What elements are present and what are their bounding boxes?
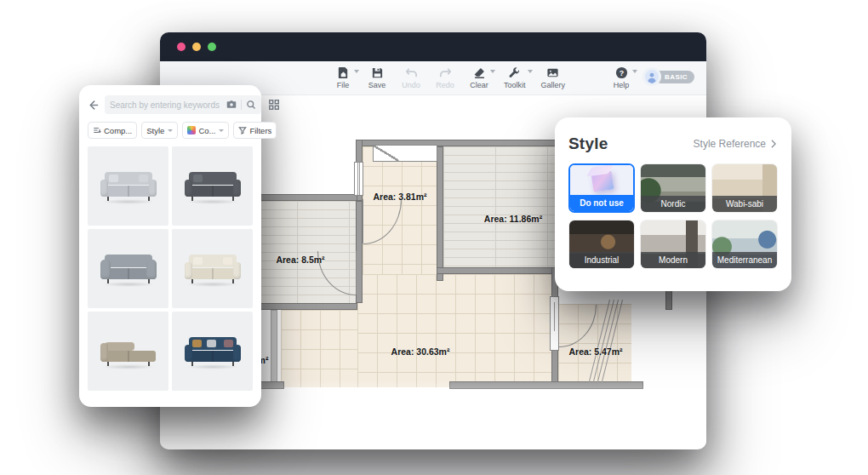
style-option-label: Wabi-sabi [712, 196, 777, 212]
color-swatch-icon [187, 126, 196, 134]
help-button-label: Help [614, 81, 630, 89]
components-filter-label: Comp... [104, 126, 132, 135]
gallery-button-label: Gallery [541, 81, 566, 89]
area-label-8-5: Area: 8.5m² [254, 255, 347, 265]
search-icon[interactable] [246, 100, 256, 110]
cube-icon [591, 170, 614, 192]
sofa-thumbnail [100, 172, 157, 201]
save-icon [371, 66, 384, 79]
style-option-label: Mediterranean [712, 252, 777, 268]
undo-button[interactable]: Undo [398, 64, 424, 89]
style-option-modern[interactable]: Modern [640, 220, 706, 269]
style-filter-label: Style [146, 126, 164, 135]
components-filter-button[interactable]: Comp... [88, 122, 137, 139]
style-option-label: Do not use [570, 195, 633, 211]
room-30-63-floor-left[interactable] [281, 310, 357, 387]
sofa-thumbnail [185, 255, 241, 283]
area-label-5-47: Area: 5.47m² [558, 346, 633, 357]
product-card-taupe-chaise-sofa[interactable] [88, 312, 168, 391]
file-button[interactable]: File [330, 64, 356, 89]
room-30-63-floor[interactable] [357, 274, 551, 387]
toolbar-right-group: ? Help BASIC [608, 64, 694, 89]
redo-button-label: Redo [436, 81, 454, 89]
minimize-window-button[interactable] [192, 43, 201, 51]
product-card-navy-blue-sofa[interactable] [172, 312, 253, 391]
toolkit-button-label: Toolkit [504, 81, 526, 89]
chevron-down-icon [528, 70, 533, 73]
area-label-30-63: Area: 30.63m² [373, 346, 468, 357]
style-panel-title: Style [568, 134, 608, 153]
style-reference-link[interactable]: Style Reference [694, 138, 778, 150]
close-window-button[interactable] [177, 43, 186, 51]
redo-button[interactable]: Redo [432, 64, 458, 89]
search-box[interactable] [105, 95, 261, 114]
style-option-wabi-sabi[interactable]: Wabi-sabi [711, 163, 778, 213]
save-button-label: Save [368, 81, 386, 89]
wall-room85-bottom [245, 303, 357, 310]
window-fixture-top [373, 145, 437, 162]
sofa-thumbnail [185, 172, 241, 201]
filters-button[interactable]: Filters [233, 122, 277, 139]
product-card-dark-gray-sofa[interactable] [172, 146, 253, 226]
catalog-panel: Comp... Style Co... Filters [79, 85, 261, 407]
style-filter-dropdown[interactable]: Style [141, 122, 178, 139]
style-option-label: Industrial [569, 252, 634, 268]
svg-text:?: ? [619, 68, 623, 77]
gallery-button[interactable]: Gallery [538, 64, 569, 89]
maximize-window-button[interactable] [208, 43, 216, 51]
window-room3-left [354, 162, 363, 196]
style-option-do-not-use[interactable]: Do not use [568, 163, 635, 213]
catalog-search-row [88, 95, 253, 114]
style-option-nordic[interactable]: Nordic [640, 163, 706, 213]
chevron-right-icon [769, 140, 778, 148]
sofa-thumbnail [100, 337, 157, 366]
style-panel: Style Style Reference Do not use Nordic … [555, 117, 791, 291]
wall-room-divider [437, 146, 443, 281]
gallery-icon [546, 66, 559, 79]
camera-search-icon[interactable] [226, 100, 237, 110]
sofa-thumbnail [100, 255, 157, 283]
funnel-icon [238, 126, 247, 134]
search-input[interactable] [110, 100, 222, 110]
style-panel-header: Style Style Reference [568, 134, 778, 153]
list-icon [93, 126, 101, 134]
color-filter-dropdown[interactable]: Co... [182, 122, 229, 139]
filter-row: Comp... Style Co... Filters [88, 122, 253, 139]
divider [241, 100, 242, 110]
style-reference-label: Style Reference [694, 138, 766, 150]
wall-room11-bottom [437, 267, 558, 274]
filters-button-label: Filters [249, 126, 271, 135]
clear-button-label: Clear [470, 81, 488, 89]
marketing-composition: File Save Undo [0, 0, 868, 475]
help-button[interactable]: ? Help [608, 64, 634, 89]
style-option-label: Nordic [641, 196, 705, 212]
grid-view-icon[interactable] [268, 99, 280, 111]
account-area[interactable]: BASIC [642, 67, 694, 86]
toolkit-button[interactable]: Toolkit [500, 64, 529, 89]
redo-icon [439, 66, 452, 79]
style-option-industrial[interactable]: Industrial [568, 220, 635, 269]
sofa-thumbnail [185, 337, 241, 366]
help-icon: ? [615, 66, 628, 79]
undo-button-label: Undo [402, 81, 420, 89]
product-card-light-gray-sofa[interactable] [88, 146, 168, 226]
style-option-label: Modern [641, 252, 705, 268]
avatar[interactable] [642, 67, 661, 86]
window-titlebar [160, 32, 706, 61]
wall-hall-left [356, 201, 363, 303]
wrench-icon [508, 66, 521, 79]
clear-button[interactable]: Clear [466, 64, 492, 89]
save-button[interactable]: Save [364, 64, 390, 89]
style-option-mediterranean[interactable]: Mediterranean [711, 220, 778, 269]
chevron-down-icon [490, 70, 495, 73]
product-card-gray-loveseat[interactable] [88, 229, 168, 308]
file-button-label: File [337, 81, 350, 89]
wall-small-left [271, 310, 277, 386]
product-card-cream-sofa[interactable] [172, 229, 253, 308]
back-icon[interactable] [88, 100, 100, 111]
eraser-icon [473, 66, 486, 79]
style-options-grid: Do not use Nordic Wabi-sabi Industrial M… [568, 163, 778, 269]
chevron-down-icon [219, 129, 224, 132]
chevron-down-icon [168, 129, 173, 132]
toolbar-center-group: File Save Undo [330, 64, 568, 89]
